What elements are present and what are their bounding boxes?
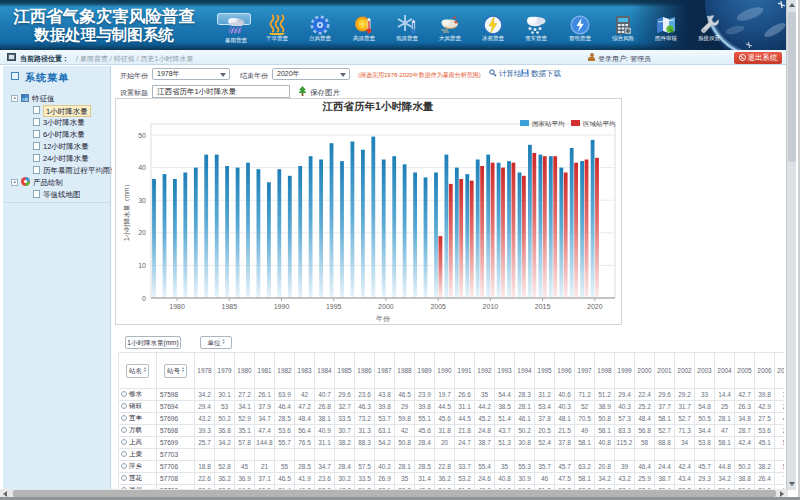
svg-text:国家站平均: 国家站平均 [532, 120, 565, 128]
svg-text:1小时降水量（mm）: 1小时降水量（mm） [123, 181, 131, 241]
svg-text:2020: 2020 [587, 303, 603, 310]
svg-text:区域站平均: 区域站平均 [583, 120, 616, 128]
svg-text:1985: 1985 [222, 303, 238, 310]
svg-text:1980: 1980 [169, 303, 185, 310]
svg-text:年份: 年份 [376, 315, 391, 323]
svg-text:0: 0 [142, 295, 146, 302]
svg-text:2000: 2000 [378, 303, 394, 310]
svg-text:江西省历年1小时降水量: 江西省历年1小时降水量 [322, 100, 434, 112]
svg-text:1990: 1990 [274, 303, 290, 310]
svg-text:1995: 1995 [326, 303, 342, 310]
svg-text:30: 30 [138, 197, 146, 204]
svg-text:2005: 2005 [430, 303, 446, 310]
svg-text:40: 40 [138, 164, 146, 171]
svg-text:20: 20 [138, 229, 146, 236]
svg-text:2010: 2010 [483, 303, 499, 310]
svg-text:50: 50 [138, 132, 146, 139]
svg-text:2015: 2015 [535, 303, 551, 310]
svg-text:10: 10 [138, 262, 146, 269]
